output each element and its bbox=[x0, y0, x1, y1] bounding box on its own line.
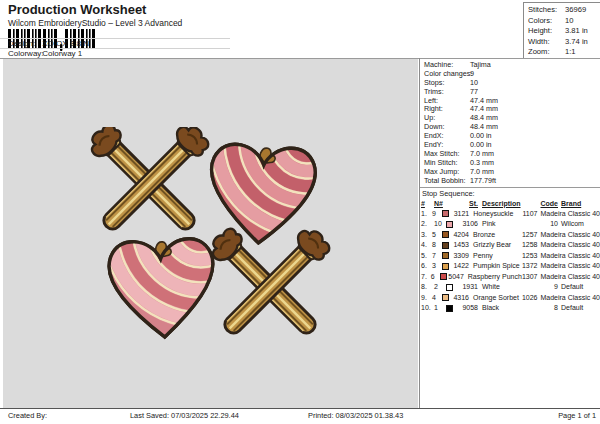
stops-label: Stops: bbox=[424, 78, 444, 87]
table-row: 3.54204Bronze1257Madeira Classic 40 bbox=[421, 229, 600, 240]
design-summary-box: Stitches:36969 Colors:10 Height:3.81 in … bbox=[523, 2, 600, 58]
machine-info-row: Down:48.4 mm bbox=[424, 123, 600, 132]
last-saved-text: Last Saved: 07/03/2025 22.29.44 bbox=[130, 411, 239, 420]
thread-swatch bbox=[442, 242, 449, 249]
machine-info-row: Left:47.4 mm bbox=[424, 97, 600, 106]
colorway-row: Colorway: Colorway 1 bbox=[8, 49, 82, 58]
machine-info-row: Right:47.4 mm bbox=[424, 105, 600, 114]
design-canvas bbox=[3, 59, 418, 408]
design-preview bbox=[85, 127, 335, 345]
thread-swatch bbox=[446, 221, 453, 228]
machine-info-row: Stops:10 bbox=[424, 79, 600, 88]
header-rule bbox=[0, 38, 230, 39]
width-value: 3.74 in bbox=[565, 37, 588, 48]
table-row: 8.21931White9Default bbox=[421, 282, 600, 293]
machine-label: Machine: bbox=[424, 60, 453, 69]
summary-row: Zoom:1:1 bbox=[528, 47, 600, 58]
col-st: St. bbox=[457, 200, 478, 207]
total-bobbin-label: Total Bobbin: bbox=[424, 176, 466, 185]
stitches-label: Stitches: bbox=[528, 5, 557, 14]
right-label: Right: bbox=[424, 104, 443, 113]
machine-info-row: Trims:77 bbox=[424, 88, 600, 97]
thread-swatch bbox=[446, 284, 453, 291]
stop-sequence-title: Stop Sequence: bbox=[422, 189, 475, 198]
color-changes-label: Color changes: bbox=[424, 69, 472, 78]
endx-label: EndX: bbox=[424, 131, 444, 140]
thread-swatch bbox=[442, 210, 449, 217]
thread-swatch bbox=[440, 273, 447, 280]
col-n: N# bbox=[434, 200, 446, 207]
printed-text: Printed: 08/03/2025 01.38.43 bbox=[308, 411, 403, 420]
summary-row: Stitches:36969 bbox=[528, 5, 600, 16]
total-bobbin-value: 177.79ft bbox=[470, 177, 496, 186]
table-row: 6.31422Pumpkin Spice1372Madeira Classic … bbox=[421, 261, 600, 272]
colorway-value: Colorway 1 bbox=[42, 49, 82, 58]
design-name-row: Design: XO OX 3,8IN bbox=[8, 39, 89, 48]
col-description: Description bbox=[482, 200, 540, 207]
table-row: 5.73309Penny1253Madeira Classic 40 bbox=[421, 250, 600, 261]
thread-swatch bbox=[446, 305, 453, 312]
height-label: Height: bbox=[528, 26, 552, 35]
footer-rule bbox=[0, 408, 600, 409]
app-subtitle: Wilcom EmbroideryStudio – Level 3 Advanc… bbox=[8, 18, 182, 28]
table-row: 4.81453Grizzly Bear1258Madeira Classic 4… bbox=[421, 240, 600, 251]
thread-swatch bbox=[442, 231, 449, 238]
down-label: Down: bbox=[424, 122, 444, 131]
col-brand: Brand bbox=[561, 200, 600, 207]
thread-swatch bbox=[442, 294, 449, 301]
height-value: 3.81 in bbox=[565, 26, 588, 37]
col-idx: # bbox=[421, 200, 434, 207]
stop-sequence-table: # N# St. Description Code Brand 1.93121H… bbox=[421, 198, 600, 313]
col-code: Code bbox=[540, 200, 558, 207]
machine-info-row: EndX:0.00 in bbox=[424, 132, 600, 141]
summary-row: Height:3.81 in bbox=[528, 26, 600, 37]
summary-row: Width:3.74 in bbox=[528, 37, 600, 48]
max-stitch-label: Max Stitch: bbox=[424, 149, 460, 158]
production-worksheet-page: Production Worksheet Wilcom EmbroiderySt… bbox=[0, 0, 600, 424]
machine-info-rule bbox=[420, 187, 600, 188]
table-row: 1.93121Honeysuckle1107Madeira Classic 40 bbox=[421, 208, 600, 219]
left-label: Left: bbox=[424, 96, 438, 105]
table-row: 9.44316Orange Sorbet1026Madeira Classic … bbox=[421, 292, 600, 303]
thread-swatch bbox=[442, 263, 449, 270]
thread-swatch bbox=[442, 252, 449, 259]
summary-row: Colors:10 bbox=[528, 16, 600, 27]
header-rule bbox=[0, 48, 230, 49]
colors-value: 10 bbox=[565, 16, 573, 27]
zoom-value: 1:1 bbox=[565, 47, 576, 58]
machine-info-row: Up:48.4 mm bbox=[424, 114, 600, 123]
colorway-label: Colorway: bbox=[8, 49, 40, 58]
table-row: 7.65047Raspberry Punch1307Madeira Classi… bbox=[421, 271, 600, 282]
page-number: Page 1 of 1 bbox=[558, 411, 596, 420]
churro-x-top-left bbox=[85, 127, 212, 239]
trims-label: Trims: bbox=[424, 87, 444, 96]
zoom-label: Zoom: bbox=[528, 47, 550, 56]
max-jump-label: Max Jump: bbox=[424, 167, 459, 176]
endy-label: EndY: bbox=[424, 140, 443, 149]
up-label: Up: bbox=[424, 113, 435, 122]
design-value: XO OX 3,8IN bbox=[42, 39, 89, 48]
design-label: Design: bbox=[8, 39, 40, 48]
table-row: 2.103106Pink10Wilcom bbox=[421, 219, 600, 230]
created-by-label: Created By: bbox=[8, 411, 47, 420]
table-row: 10.19058Black8Default bbox=[421, 303, 600, 314]
panel-divider bbox=[419, 58, 420, 408]
min-stitch-label: Min Stitch: bbox=[424, 158, 458, 167]
machine-info-panel: Machine:Tajima Color changes:9 Stops:10 … bbox=[424, 61, 600, 185]
machine-info-row: Color changes:9 bbox=[424, 70, 600, 79]
colors-label: Colors: bbox=[528, 16, 552, 25]
stitches-value: 36969 bbox=[565, 5, 586, 16]
page-title: Production Worksheet bbox=[8, 2, 146, 17]
table-header-row: # N# St. Description Code Brand bbox=[421, 198, 600, 208]
churro-x-bottom-right bbox=[206, 224, 334, 343]
machine-info-row: Total Bobbin:177.79ft bbox=[424, 177, 600, 186]
width-label: Width: bbox=[528, 37, 550, 46]
